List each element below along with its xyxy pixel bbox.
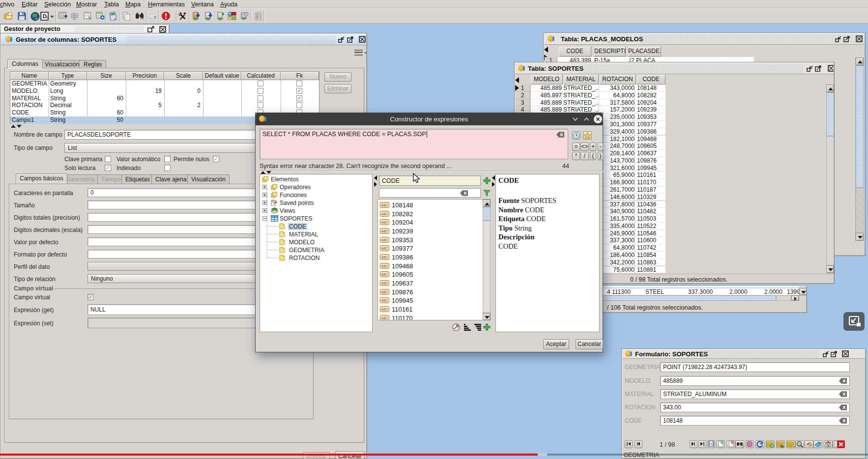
- svg-text:ABC: ABC: [381, 238, 388, 241]
- svg-text:ABC: ABC: [381, 264, 388, 267]
- svg-text:ABC: ABC: [381, 212, 388, 215]
- svg-text:ABC: ABC: [381, 247, 388, 250]
- svg-text:ABC: ABC: [381, 307, 388, 311]
- svg-text:ABC: ABC: [381, 290, 388, 293]
- svg-text:ABC: ABC: [381, 255, 388, 258]
- svg-text:ABC: ABC: [381, 229, 388, 232]
- svg-text:ABC: ABC: [381, 281, 388, 285]
- svg-text:ABC: ABC: [381, 273, 388, 276]
- svg-text:?: ?: [46, 16, 48, 20]
- svg-text:ABC: ABC: [381, 203, 388, 207]
- svg-text:ABC: ABC: [381, 221, 388, 224]
- svg-text:ABC: ABC: [381, 316, 388, 319]
- svg-text:ABC: ABC: [381, 299, 388, 302]
